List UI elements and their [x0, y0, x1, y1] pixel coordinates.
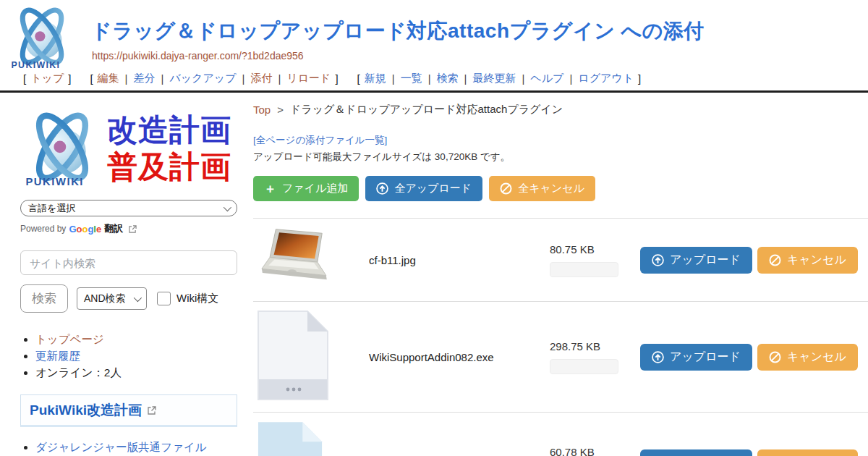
google-translate-attribution: Powered by Google 翻訳	[20, 222, 239, 235]
plus-icon: ＋	[264, 182, 276, 195]
upload-all-button[interactable]: 全アップロード	[365, 176, 482, 201]
nav-group-top: [ トップ ]	[19, 72, 75, 85]
sidebar-section-title: PukiWiki改造計画	[30, 402, 142, 418]
svg-text:</>: </>	[264, 449, 323, 456]
upload-button[interactable]: アップロード	[640, 247, 752, 274]
separator: |	[428, 72, 431, 85]
powered-by-label: Powered by	[20, 224, 66, 234]
google-logo: Google	[69, 224, 101, 235]
generic-file-icon	[257, 310, 329, 401]
pukiwiki-banner-logo: PUKIWIKI	[20, 106, 104, 191]
upload-progress-bar	[550, 262, 618, 277]
separator: |	[522, 72, 524, 85]
separator: |	[392, 72, 395, 85]
upload-circle-icon	[376, 182, 388, 195]
ban-icon	[769, 254, 781, 266]
list-item: オンライン：2人	[35, 364, 239, 381]
page-url-link[interactable]: https://pukiwiki.dajya-ranger.com/?1bd2d…	[92, 50, 304, 62]
file-size: 80.75 KB	[550, 243, 640, 256]
bracket: ]	[335, 72, 338, 85]
file-name: WikiSupportAddin082.exe	[369, 351, 550, 363]
translate-label: 翻訳	[104, 222, 123, 235]
file-row-actions: アップロード キャンセル	[640, 449, 858, 456]
language-select[interactable]: 言語を選択	[20, 200, 237, 216]
top-navbar: [ トップ ] [ 編集 | 差分 | バックアップ | 添付 | リロード ]…	[0, 70, 868, 87]
header: PUKIWIKI ドラッグ＆ドロップアップロード対応attachプラグイン への…	[0, 0, 868, 70]
chevron-down-icon	[134, 293, 142, 301]
cancel-button[interactable]: キャンセル	[757, 344, 858, 371]
nav-item-new[interactable]: 新規	[365, 72, 386, 85]
cancel-button[interactable]: キャンセル	[757, 247, 858, 274]
nav-item-backup[interactable]: バックアップ	[169, 72, 236, 85]
nav-item-edit[interactable]: 編集	[98, 72, 119, 85]
upload-circle-icon	[652, 351, 664, 363]
cancel-button-label: キャンセル	[787, 350, 846, 365]
nav-item-top[interactable]: トップ	[30, 72, 64, 85]
cancel-all-button[interactable]: 全キャンセル	[489, 176, 595, 201]
wiki-syntax-checkbox[interactable]	[157, 292, 171, 305]
file-row: </> contents.html 60.78 KB	[253, 412, 868, 456]
file-row-actions: アップロード キャンセル	[640, 247, 858, 274]
page-title: ドラッグ＆ドロップアップロード対応attachプラグイン への添付	[91, 17, 705, 45]
upload-button-label: アップロード	[670, 253, 741, 268]
sidebar-item-history[interactable]: 更新履歴	[35, 350, 80, 362]
upload-button[interactable]: アップロード	[640, 449, 752, 456]
file-size-cell: 60.78 KB	[550, 446, 640, 456]
breadcrumb-separator: >	[277, 104, 284, 116]
sidebar-item-toppage[interactable]: トップページ	[35, 333, 104, 345]
upload-button-label: アップロード	[670, 350, 741, 365]
upload-circle-icon	[652, 254, 664, 266]
nav-item-search[interactable]: 検索	[437, 72, 459, 85]
file-row: WikiSupportAddin082.exe 298.75 KB アップロード	[253, 301, 868, 412]
nav-item-reload[interactable]: リロード	[286, 72, 331, 85]
cancel-button[interactable]: キャンセル	[757, 449, 858, 456]
search-mode-select[interactable]: AND検索	[77, 287, 147, 310]
nav-item-list[interactable]: 一覧	[401, 72, 422, 85]
list-item: ダジャレンジャー版共通ファイル	[35, 439, 239, 455]
banner-line-fukyuu: 普及計画	[107, 148, 231, 185]
file-thumbnail-cell	[253, 227, 369, 293]
sidebar-section-box[interactable]: PukiWiki改造計画	[20, 394, 237, 427]
separator: |	[569, 72, 572, 85]
sidebar-item-common-files[interactable]: ダジャレンジャー版共通ファイル	[35, 441, 207, 453]
nav-item-help[interactable]: ヘルプ	[530, 72, 563, 85]
list-item: 更新履歴	[35, 347, 239, 364]
file-row-actions: アップロード キャンセル	[640, 344, 858, 371]
file-name: cf-b11.jpg	[369, 254, 550, 266]
bracket: [	[90, 72, 93, 85]
file-thumbnail-cell	[253, 310, 369, 404]
sidebar-banner[interactable]: PUKIWIKI 改造計画 普及計画	[20, 103, 239, 194]
external-link-icon	[148, 406, 156, 415]
search-mode-value: AND検索	[84, 292, 126, 305]
breadcrumb-current: ドラッグ＆ドロップアップロード対応attachプラグイン	[290, 103, 563, 117]
cancel-button-label: キャンセル	[787, 253, 846, 268]
nav-group-site-actions: [ 新規 | 一覧 | 検索 | 最終更新 | ヘルプ | ログアウト ]	[353, 72, 646, 85]
file-row: cf-b11.jpg 80.75 KB アップロード	[253, 218, 868, 301]
nav-item-logout[interactable]: ログアウト	[578, 72, 634, 85]
nav-item-recent[interactable]: 最終更新	[472, 72, 516, 85]
pukiwiki-logo[interactable]: PUKIWIKI	[6, 4, 78, 71]
banner-line-kaizou: 改造計画	[107, 111, 231, 148]
upload-file-list: cf-b11.jpg 80.75 KB アップロード	[253, 218, 868, 456]
online-count: オンライン：2人	[35, 366, 122, 379]
laptop-photo-thumbnail	[257, 227, 338, 290]
nav-item-attach[interactable]: 添付	[250, 72, 272, 85]
code-file-icon: </>	[257, 421, 323, 456]
file-thumbnail-cell: </>	[253, 421, 369, 456]
banner-wordmark: PUKIWIKI	[25, 176, 84, 187]
search-button[interactable]: 検索	[20, 284, 68, 313]
nav-item-diff[interactable]: 差分	[133, 72, 155, 85]
pukiwiki-attach-page: PUKIWIKI ドラッグ＆ドロップアップロード対応attachプラグイン への…	[0, 0, 868, 456]
sidebar-top-links: トップページ 更新履歴 オンライン：2人	[20, 331, 239, 381]
banner-slogan: 改造計画 普及計画	[107, 111, 231, 185]
upload-button[interactable]: アップロード	[640, 344, 752, 371]
add-files-button[interactable]: ＋ ファイル追加	[253, 176, 359, 201]
breadcrumb-home-link[interactable]: Top	[253, 104, 271, 116]
separator: |	[242, 72, 245, 85]
file-size-cell: 298.75 KB	[550, 340, 640, 374]
ban-icon	[500, 182, 512, 195]
logo-wordmark: PUKIWIKI	[12, 60, 61, 70]
site-search-input[interactable]	[20, 250, 237, 275]
separator: |	[125, 72, 128, 85]
all-attachments-link[interactable]: [全ページの添付ファイル一覧]	[253, 134, 387, 147]
